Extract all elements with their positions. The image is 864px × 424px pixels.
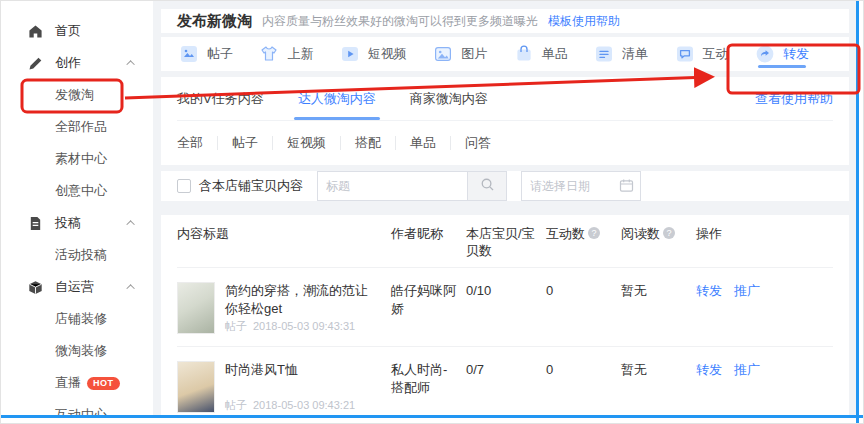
sidebar-item-all-works[interactable]: 全部作品 — [1, 111, 153, 143]
pen-icon — [27, 55, 43, 71]
search-bar: 含本店铺宝贝内容 — [161, 171, 849, 201]
filter-qa[interactable]: 问答 — [451, 136, 505, 150]
content-title[interactable]: 简约的穿搭，潮流的范让你轻松get — [225, 282, 375, 318]
checkbox-label: 含本店铺宝贝内容 — [199, 177, 303, 195]
sidebar-item-label: 自运营 — [55, 278, 94, 296]
content-thumbnail[interactable] — [177, 361, 215, 413]
forward-action-link[interactable]: 转发 — [696, 362, 722, 377]
tab-post[interactable]: 帖子 — [179, 37, 233, 71]
col-header-reads: 阅读数 ? — [621, 225, 696, 242]
tab-label: 上新 — [287, 45, 313, 63]
sidebar-item-label: 活动投稿 — [55, 246, 107, 264]
tab-my-v-task-content[interactable]: 我的V任务内容 — [177, 77, 264, 120]
content-thumbnail[interactable] — [177, 282, 215, 334]
content-meta: 帖子2018-05-03 09:43:31 — [225, 319, 375, 334]
tab-merchant-weitao-content[interactable]: 商家微淘内容 — [410, 77, 488, 120]
filter-all[interactable]: 全部 — [177, 136, 218, 150]
main-content: 发布新微淘 内容质量与粉丝效果好的微淘可以得到更多频道曝光 模板使用帮助 帖子 … — [153, 1, 863, 424]
sidebar-item-create[interactable]: 创作 — [1, 47, 153, 79]
tab-label: 互动 — [703, 45, 729, 63]
sidebar-item-label: 店铺装修 — [55, 310, 107, 328]
filter-short-video[interactable]: 短视频 — [273, 136, 341, 150]
tab-short-video[interactable]: 短视频 — [340, 37, 407, 71]
sidebar-item-label: 创意中心 — [55, 182, 107, 200]
tab-picture[interactable]: 图片 — [433, 37, 487, 71]
col-header-label: 阅读数 — [621, 225, 660, 242]
sidebar-item-weitao-decoration[interactable]: 微淘装修 — [1, 335, 153, 367]
sidebar-item-self-operation[interactable]: 自运营 — [1, 271, 153, 303]
sidebar-item-creative-center[interactable]: 创意中心 — [1, 175, 153, 207]
info-icon[interactable]: ? — [663, 227, 675, 239]
interaction-count: 0 — [546, 282, 621, 300]
title-search-input[interactable] — [317, 171, 467, 201]
sidebar-item-shop-decoration[interactable]: 店铺装修 — [1, 303, 153, 335]
list-icon — [594, 44, 614, 64]
sidebar-item-material-center[interactable]: 素材中心 — [1, 143, 153, 175]
content-tabs: 我的V任务内容 达人微淘内容 商家微淘内容 查看使用帮助 — [177, 77, 833, 121]
content-type: 帖子 — [225, 399, 247, 411]
content-type: 帖子 — [225, 320, 247, 332]
filter-outfit[interactable]: 搭配 — [341, 136, 396, 150]
chevron-up-icon — [126, 284, 134, 292]
search-button[interactable] — [467, 171, 507, 201]
publish-type-tabs: 帖子 上新 短视频 图 — [161, 37, 849, 71]
content-time: 2018-05-03 09:43:31 — [253, 320, 355, 332]
sidebar-item-live[interactable]: 直播 HOT — [1, 367, 153, 399]
single-item-icon — [514, 44, 534, 64]
box-icon — [27, 279, 43, 295]
usage-help-link[interactable]: 查看使用帮助 — [755, 90, 833, 108]
tab-label: 达人微淘内容 — [298, 90, 376, 108]
post-icon — [179, 44, 199, 64]
tab-daren-weitao-content[interactable]: 达人微淘内容 — [298, 77, 376, 120]
content-time: 2018-05-03 09:43:21 — [253, 399, 355, 411]
read-count: 暂无 — [621, 361, 696, 379]
tab-list[interactable]: 清单 — [594, 37, 648, 71]
page-header: 发布新微淘 内容质量与粉丝效果好的微淘可以得到更多频道曝光 模板使用帮助 — [161, 9, 849, 33]
content-tabs-section: 我的V任务内容 达人微淘内容 商家微淘内容 查看使用帮助 全部 帖子 短视频 搭… — [161, 77, 849, 165]
forward-action-link[interactable]: 转发 — [696, 283, 722, 298]
document-icon — [27, 215, 43, 231]
sidebar-item-publish-weitao[interactable]: 发微淘 — [1, 79, 153, 111]
sidebar: 首页 创作 发微淘 全部作品 素材中心 创意中心 — [1, 1, 153, 424]
short-video-icon — [340, 44, 360, 64]
sidebar-item-label: 直播 — [55, 374, 81, 392]
table-row: 时尚港风T恤 帖子2018-05-03 09:43:21 私人时尚-搭配师 0/… — [177, 346, 833, 424]
tab-forward[interactable]: 转发 — [755, 37, 809, 71]
page-subtitle: 内容质量与粉丝效果好的微淘可以得到更多频道曝光 — [262, 13, 538, 30]
author-name: 私人时尚-搭配师 — [391, 361, 466, 397]
tab-label: 短视频 — [368, 45, 407, 63]
col-header-author: 作者昵称 — [391, 225, 466, 242]
info-icon[interactable]: ? — [588, 227, 600, 239]
col-header-actions: 操作 — [696, 225, 833, 242]
sidebar-item-label: 微淘装修 — [55, 342, 107, 360]
sidebar-item-submission[interactable]: 投稿 — [1, 207, 153, 239]
window-edge-gap — [1, 418, 863, 423]
col-header-title: 内容标题 — [177, 225, 391, 242]
promote-action-link[interactable]: 推广 — [734, 283, 760, 298]
new-arrival-icon — [259, 44, 279, 64]
window-edge-right — [856, 1, 859, 423]
tab-single-item[interactable]: 单品 — [514, 37, 568, 71]
tab-label: 清单 — [622, 45, 648, 63]
sidebar-item-label: 发微淘 — [55, 86, 94, 104]
tab-label: 图片 — [461, 45, 487, 63]
sidebar-item-home[interactable]: 首页 — [1, 15, 153, 47]
content-table: 内容标题 作者昵称 本店宝贝/宝贝数 互动数 ? 阅读数 ? 操作 — [161, 215, 849, 424]
tab-interact[interactable]: 互动 — [675, 37, 729, 71]
tab-label: 单品 — [542, 45, 568, 63]
forward-icon — [755, 44, 775, 64]
include-shop-items-checkbox[interactable] — [177, 179, 191, 193]
sidebar-item-activity-submission[interactable]: 活动投稿 — [1, 239, 153, 271]
filter-post[interactable]: 帖子 — [218, 136, 273, 150]
content-title[interactable]: 时尚港风T恤 — [225, 361, 361, 379]
tab-new-arrival[interactable]: 上新 — [259, 37, 313, 71]
interact-icon — [675, 44, 695, 64]
chevron-up-icon — [126, 60, 134, 68]
goods-count: 0/10 — [466, 282, 546, 300]
col-header-goods: 本店宝贝/宝贝数 — [466, 225, 546, 259]
template-help-link[interactable]: 模板使用帮助 — [548, 13, 620, 30]
promote-action-link[interactable]: 推广 — [734, 362, 760, 377]
read-count: 暂无 — [621, 282, 696, 300]
filter-single-item[interactable]: 单品 — [396, 136, 451, 150]
window-edge-bottom — [1, 415, 863, 418]
